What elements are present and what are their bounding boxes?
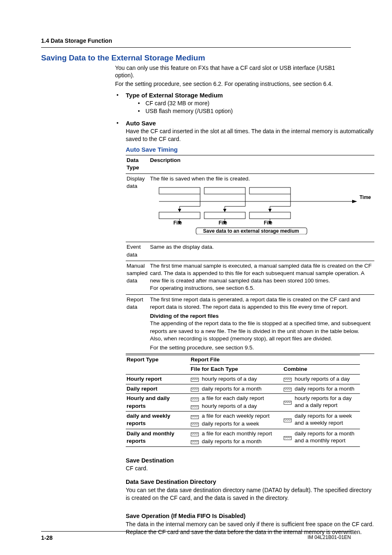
file-icon (284, 386, 292, 392)
body-content: You can only use this feature on FXs tha… (115, 64, 349, 536)
report-combine-cell: daily reports for a month and a monthly … (283, 429, 360, 446)
as-row-report-label: Report data (126, 294, 149, 354)
report-file-cell: a file for each daily reporthourly repor… (190, 394, 283, 412)
diagram-time-label: Time (360, 194, 371, 200)
rt-h-type: Report Type (126, 355, 190, 365)
report-combine-cell: daily reports for a week and a weekly re… (283, 412, 360, 429)
report-type-cell: Hourly and daily reports (126, 394, 190, 412)
dividing-heading: Dividing of the report files (150, 312, 373, 320)
page: 1.4 Data Storage Function Saving Data to… (0, 0, 392, 555)
file-icon (191, 376, 199, 382)
file-icon (191, 414, 199, 419)
report-combine-cell: hourly reports of a day (283, 374, 360, 384)
auto-save-title: Auto Save (126, 119, 374, 127)
as-row-report-desc: The first time report data is generated,… (149, 294, 374, 354)
intro-line-1: You can only use this feature on FXs tha… (115, 64, 349, 80)
svg-marker-17 (268, 209, 272, 212)
bullet-auto-save: • Auto Save Have the CF card inserted in… (115, 119, 349, 536)
bullet-type-ext: • Type of External Storage Medium •CF ca… (115, 91, 349, 115)
svg-rect-3 (249, 187, 291, 194)
as-row-manual-desc: The first time manual sample is executed… (149, 261, 374, 294)
report-row: Hourly reporthourly reports of a dayhour… (126, 374, 360, 384)
svg-rect-1 (159, 187, 200, 194)
as-row-display-desc: The file is saved when the file is creat… (149, 173, 374, 242)
auto-save-timing-heading: Auto Save Timing (126, 146, 374, 154)
as-row-manual-label: Manual sampled data (126, 261, 149, 294)
svg-rect-18 (159, 212, 200, 219)
type-ext-item-1: CF card (32 MB or more) (145, 99, 210, 107)
save-dest-title: Save Destination (126, 457, 374, 465)
section-header: 1.4 Data Storage Function (41, 37, 351, 48)
type-ext-title: Type of External Storage Medium (126, 91, 349, 99)
report-type-cell: Daily report (126, 384, 190, 394)
report-type-cell: Daily and monthly reports (126, 429, 190, 446)
svg-rect-20 (249, 212, 291, 219)
rt-h2-combine: Combine (283, 365, 360, 374)
diagram-caption: Save data to an external storage medium (203, 228, 299, 234)
file-icon (191, 404, 199, 409)
svg-marker-15 (178, 209, 181, 212)
diagram-file-1: File (173, 220, 182, 226)
page-footer: 1-28 IM 04L21B01-01EN (41, 531, 351, 542)
bullet-dot: • (115, 91, 120, 115)
file-icon (284, 376, 292, 382)
report-file-cell: hourly reports of a day (190, 374, 283, 384)
report-combine-cell: hourly reports for a day and a daily rep… (283, 394, 360, 412)
save-dest-text: CF card. (126, 465, 374, 472)
file-icon (191, 421, 199, 427)
svg-rect-19 (204, 212, 245, 219)
as-row-event-desc: Same as the display data. (149, 242, 374, 261)
saveop-title: Save Operation (If Media FIFO Is Disable… (126, 512, 374, 520)
report-row: Hourly and daily reportsa file for each … (126, 394, 360, 412)
report-file-cell: daily reports for a month (190, 384, 283, 394)
report-file-cell: a file for each monthly reportdaily repo… (190, 429, 283, 446)
bullet-dot: • (115, 119, 120, 536)
svg-marker-5 (352, 200, 357, 203)
report-file-cell: a file for each weekly reportdaily repor… (190, 412, 283, 429)
as-row-display-label: Display data (126, 173, 149, 242)
dir-text: You can set the data save destination di… (126, 486, 374, 502)
svg-marker-16 (223, 209, 226, 212)
report-type-table: Report Type Report File File for Each Ty… (126, 355, 360, 446)
file-icon (191, 396, 199, 402)
file-timing-diagram: Time (151, 185, 373, 234)
type-ext-item-2: USB flash memory (/USB1 option) (145, 107, 233, 115)
as-row-event-label: Event data (126, 242, 149, 261)
file-icon (191, 386, 199, 392)
file-icon (284, 399, 292, 405)
auto-save-timing-table: Data Type Description Display data The f… (126, 155, 374, 354)
file-icon (284, 435, 292, 440)
rt-h-file: Report File (190, 355, 360, 365)
dir-title: Data Save Destination Directory (126, 478, 374, 486)
page-number: 1-28 (41, 534, 53, 542)
file-icon (191, 431, 199, 437)
diagram-file-3: File (264, 220, 272, 226)
rt-h2-filetype: File for Each Type (190, 365, 283, 374)
report-row: Daily reportdaily reports for a monthdai… (126, 384, 360, 394)
report-type-cell: Hourly report (126, 374, 190, 384)
auto-save-text: Have the CF card inserted in the slot at… (126, 127, 374, 143)
report-row: daily and weekly reportsa file for each … (126, 412, 360, 429)
doc-number: IM 04L21B01-01EN (308, 534, 351, 542)
report-row: Daily and monthly reportsa file for each… (126, 429, 360, 446)
main-heading: Saving Data to the External Storage Medi… (41, 53, 351, 63)
as-header-datatype: Data Type (126, 155, 149, 173)
report-type-cell: daily and weekly reports (126, 412, 190, 429)
svg-rect-2 (204, 187, 245, 194)
file-icon (284, 417, 292, 423)
file-icon (191, 439, 199, 444)
as-header-desc: Description (149, 155, 374, 173)
intro-line-2: For the setting procedure, see section 6… (115, 80, 349, 88)
report-combine-cell: daily reports for a month (283, 384, 360, 394)
diagram-file-2: File (219, 220, 227, 226)
